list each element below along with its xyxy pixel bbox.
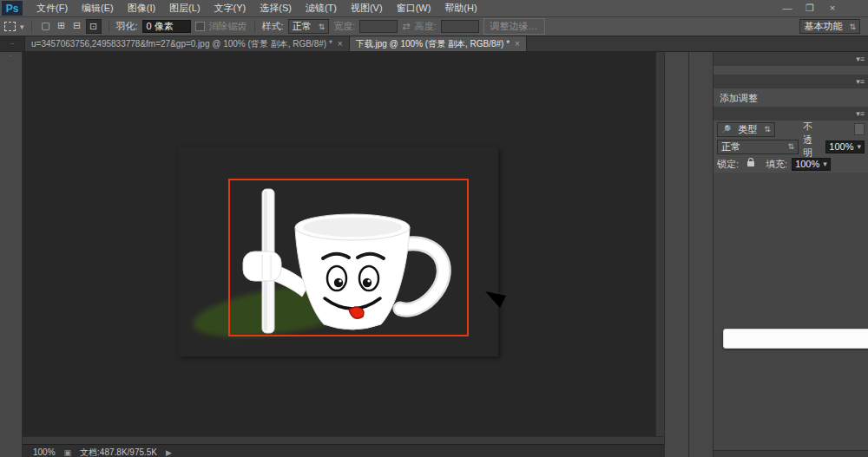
panels-column: ▾≡ ▾≡ 添加调整 ▾≡ 🔎 类型 (713, 52, 868, 457)
add-selection-mode[interactable]: ⊞ (55, 19, 69, 32)
fill-label: 填充: (766, 158, 787, 171)
menu-item-4[interactable]: 文字(Y) (207, 2, 253, 15)
divider (108, 20, 109, 33)
menu-item-3[interactable]: 图层(L) (162, 2, 207, 15)
menu-item-9[interactable]: 帮助(H) (437, 2, 483, 15)
photoshop-window: Ps 文件(F)编辑(E)图像(I)图层(L)文字(Y)选择(S)滤镜(T)视图… (0, 0, 868, 457)
marquee-preset-icon[interactable] (4, 22, 16, 31)
fill-value: 100% (795, 159, 819, 169)
fill-input[interactable]: 100% ▾ (792, 158, 831, 171)
document-canvas[interactable] (179, 147, 498, 356)
workspace-dropdown[interactable]: 基本功能 ⇅ (799, 19, 860, 34)
toolbar-grip[interactable]: ∙∙ (10, 53, 13, 59)
height-label: 高度: (414, 20, 436, 33)
preset-chevron-icon[interactable]: ▾ (20, 23, 24, 31)
close-button[interactable]: × (821, 3, 844, 14)
style-dropdown[interactable]: 正常 ⇅ (288, 19, 330, 34)
menu-bar: Ps 文件(F)编辑(E)图像(I)图层(L)文字(Y)选择(S)滤镜(T)视图… (0, 0, 868, 17)
minimize-button[interactable]: — (776, 3, 799, 14)
menu-item-7[interactable]: 视图(V) (344, 2, 390, 15)
menu-item-8[interactable]: 窗口(W) (390, 2, 438, 15)
collapsed-panels-strip-2 (688, 52, 713, 457)
menu-item-6[interactable]: 滤镜(T) (299, 2, 344, 15)
document-tab-0[interactable]: u=3457063756,2495833778&fm=27&gp=0.jpg @… (25, 36, 350, 51)
ps-logo-icon: Ps (2, 1, 23, 16)
feather-label: 羽化: (116, 20, 138, 33)
height-input[interactable] (441, 20, 479, 33)
swatches-panel: ▾≡ (713, 52, 868, 75)
updown-icon: ⇅ (787, 142, 794, 151)
updown-icon: ⇅ (764, 125, 771, 134)
tab-close-icon[interactable]: × (338, 39, 343, 49)
chevron-down-icon: ▾ (857, 142, 861, 151)
layers-bottom-toolbar (713, 450, 868, 457)
tab-corner: ∙∙ (0, 36, 25, 51)
divider (31, 20, 32, 33)
layers-panel: ▾≡ 🔎 类型 ⇅ 正常 ⇅ 不透明度: (713, 107, 868, 457)
antialias-checkbox[interactable] (195, 22, 205, 31)
document-tab-1[interactable]: 下载.jpg @ 100% (背景 副本, RGB/8#) *× (350, 36, 527, 51)
menu-item-5[interactable]: 选择(S) (253, 2, 299, 15)
menu-item-0[interactable]: 文件(F) (30, 2, 75, 15)
updown-icon: ⇅ (849, 23, 856, 31)
filter-toggle-button[interactable] (854, 123, 865, 135)
refine-edge-button[interactable]: 调整边缘… (483, 18, 545, 35)
blend-mode-dropdown[interactable]: 正常 ⇅ (717, 140, 799, 154)
status-icon: ▣ (64, 448, 72, 457)
tool-options-bar: ▾ ▢⊞⊟⊡ 羽化: 0 像素 消除锯齿 样式: 正常 ⇅ 宽度: ⇄ 高度: … (0, 17, 868, 36)
divider (254, 20, 255, 33)
subtract-selection-mode[interactable]: ⊟ (70, 19, 84, 32)
width-input[interactable] (359, 20, 398, 33)
layer-filter-dropdown[interactable]: 🔎 类型 ⇅ (717, 122, 775, 137)
add-adjustment-label: 添加调整 (713, 88, 868, 107)
menu-item-1[interactable]: 编辑(E) (75, 2, 121, 15)
canvas-area[interactable]: 100% ▣ 文档:487.8K/975.5K ▶ (23, 52, 664, 457)
antialias-label: 消除锯齿 (209, 20, 247, 33)
style-value: 正常 (293, 20, 312, 33)
menu-item-2[interactable]: 图像(I) (121, 2, 162, 15)
zoom-level[interactable]: 100% (33, 447, 56, 457)
chevron-down-icon: ▾ (823, 160, 827, 168)
window-controls: —❐× (776, 3, 844, 14)
swatch-grid (713, 66, 868, 72)
vertical-scrollbar[interactable] (655, 52, 664, 437)
adjustments-panel: ▾≡ 添加调整 (713, 75, 868, 107)
workspace-value: 基本功能 (804, 20, 842, 33)
style-label: 样式: (262, 20, 284, 33)
blend-mode-value: 正常 (721, 140, 740, 153)
opacity-value: 100% (829, 141, 853, 152)
selection-mode-group: ▢⊞⊟⊡ (39, 19, 102, 34)
search-icon: 🔎 (721, 125, 731, 134)
tab-label: 下载.jpg @ 100% (背景 副本, RGB/8#) * (356, 38, 510, 50)
menu-items: 文件(F)编辑(E)图像(I)图层(L)文字(Y)选择(S)滤镜(T)视图(V)… (30, 2, 484, 15)
swap-dimensions-icon[interactable]: ⇄ (402, 21, 410, 32)
ime-toolbar (723, 329, 868, 349)
feather-input[interactable]: 0 像素 (142, 20, 191, 33)
panel-menu-icon[interactable]: ▾≡ (856, 109, 865, 118)
restore-button[interactable]: ❐ (799, 3, 821, 14)
filter-type-value: 类型 (738, 123, 757, 136)
status-menu-arrow-icon[interactable]: ▶ (166, 448, 172, 457)
selection-rectangle (228, 179, 469, 336)
tools-panel: ∙∙ (0, 52, 23, 457)
document-tab-bar: ∙∙ u=3457063756,2495833778&fm=27&gp=0.jp… (0, 36, 868, 52)
panel-menu-icon[interactable]: ▾≡ (856, 77, 865, 86)
intersect-selection-mode[interactable]: ⊡ (86, 19, 102, 34)
document-size: 文档:487.8K/975.5K (80, 447, 157, 457)
tab-close-icon[interactable]: × (515, 39, 520, 49)
panel-menu-icon[interactable]: ▾≡ (856, 55, 865, 63)
new-selection-mode[interactable]: ▢ (39, 19, 53, 32)
lock-all-icon[interactable] (747, 161, 754, 166)
layers-empty-area (713, 173, 868, 450)
updown-icon: ⇅ (319, 23, 326, 31)
collapsed-panels-strip-1 (664, 52, 688, 457)
lock-label: 锁定: (717, 158, 739, 171)
tab-label: u=3457063756,2495833778&fm=27&gp=0.jpg @… (31, 38, 332, 50)
opacity-input[interactable]: 100% ▾ (825, 140, 865, 153)
status-bar: 100% ▣ 文档:487.8K/975.5K ▶ (23, 444, 664, 457)
width-label: 宽度: (333, 20, 355, 33)
